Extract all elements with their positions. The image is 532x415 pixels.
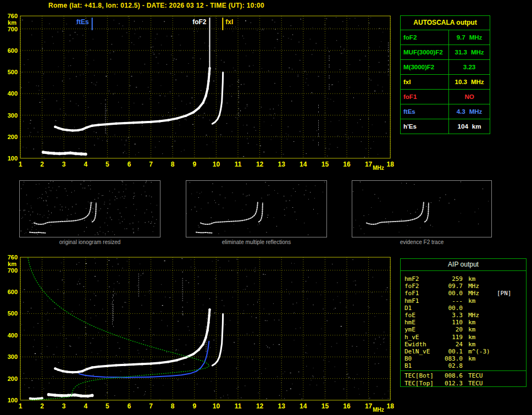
aip-note: [497, 341, 526, 348]
aip-value: 110: [443, 319, 463, 326]
value-unit: MHz: [471, 49, 484, 56]
series-dot: [149, 121, 152, 123]
bottom-ionogram-plot: 123456789101112131415161718MHz7607006005…: [0, 253, 398, 415]
aip-value: 008.6: [443, 372, 463, 379]
thumb-series-f-trace-x: [92, 203, 96, 222]
series-dot: [62, 370, 64, 372]
x-tick-label: 12: [256, 161, 264, 168]
aip-note: [PN]: [497, 290, 526, 297]
x-tick-label: 8: [171, 402, 175, 410]
aip-note: [497, 334, 526, 341]
series-dot: [97, 124, 99, 126]
series-dot: [208, 73, 210, 75]
y-tick-label: 400: [8, 332, 18, 339]
autoscala-row-fof1: foF1NO: [401, 90, 490, 104]
y-tick-label: 760: [8, 254, 18, 261]
aip-unit: MHz: [463, 283, 497, 290]
series-f-trace-x: [212, 314, 223, 366]
value-text: 4.3: [457, 108, 465, 115]
y-tick-label: 400: [8, 90, 18, 97]
thumb-noise: [20, 181, 157, 235]
series-dot: [84, 153, 87, 156]
x-tick-label: 15: [322, 402, 329, 410]
aip-unit: TECU: [463, 372, 497, 379]
x-tick-label: 13: [278, 161, 286, 168]
annotation-label-fxi: fxI: [225, 18, 233, 26]
aip-unit: km: [463, 326, 497, 333]
series-dot: [207, 80, 209, 82]
value-unit: km: [472, 123, 481, 130]
series-dot: [54, 367, 56, 369]
thumbnail-f2-trace-evidence: [352, 180, 492, 237]
aip-unit: [463, 305, 497, 312]
autoscala-row-label: foF1: [401, 90, 449, 104]
aip-value: 09.7: [443, 283, 463, 290]
autoscala-row-value: 31.3MHz: [449, 45, 490, 59]
aip-label: foF1: [401, 290, 443, 297]
aip-row-tec-bot: TEC[Bot]008.6TECU: [401, 372, 526, 379]
series-dot: [91, 366, 93, 368]
autoscala-row-hpes: h'Es104km: [401, 119, 490, 134]
aip-row-b0: B0083.0km: [401, 355, 526, 362]
aip-label: TEC[Top]: [401, 380, 443, 387]
aip-value: 00.1: [443, 348, 463, 355]
series-dot: [198, 107, 200, 109]
series-dot: [86, 126, 88, 129]
series-dot: [141, 363, 143, 365]
value-unit: MHz: [471, 79, 484, 85]
thumbnail-multiple-reflections-removed: [186, 180, 327, 237]
y-tick-label: 100: [8, 155, 18, 162]
x-tick-label: 18: [387, 402, 395, 410]
series-dot: [192, 353, 195, 355]
axis-labels: 123456789101112131415161718MHz7607006005…: [8, 13, 395, 171]
aip-row-h-ve: h_vE119km: [401, 334, 526, 341]
y-axis-unit-label: km: [8, 19, 16, 26]
series-dot: [124, 364, 126, 366]
series-dot: [73, 394, 76, 397]
autoscala-row-m-3000-f2: M(3000)F23.23: [401, 60, 490, 75]
value-text: 10.3: [455, 79, 467, 85]
aip-value: 00.0: [443, 290, 463, 297]
value-text: 31.3: [455, 49, 467, 56]
x-tick-label: 4: [84, 402, 87, 410]
aip-row-deln-ve: DelN_vE00.1m^(-3): [401, 348, 526, 355]
series-dot: [57, 369, 59, 371]
series-dot: [42, 151, 45, 154]
autoscala-row-label: foF2: [401, 30, 449, 45]
thumb-noise: [186, 182, 325, 235]
aip-unit: km: [463, 355, 497, 362]
thumb-series-f-trace-o: [34, 202, 91, 224]
annotation-label-fof2: foF2: [192, 18, 207, 26]
aip-value: 00.0: [443, 305, 463, 312]
y-axis-unit-label: km: [8, 261, 16, 267]
series-restored-trace: [79, 341, 209, 378]
aip-note: [497, 283, 526, 290]
thumb-series-es-trace: [30, 233, 46, 233]
aip-value: 119: [443, 334, 463, 341]
series-dot: [74, 152, 77, 156]
series-dot: [91, 394, 94, 397]
aip-unit: m^(-3): [463, 348, 497, 355]
x-tick-label: 18: [387, 161, 395, 168]
y-tick-label: 500: [8, 310, 18, 317]
aip-row-d1: D100.0: [401, 305, 526, 312]
aip-note: [497, 372, 526, 379]
series-dot: [86, 368, 88, 370]
value-text: NO: [464, 93, 474, 100]
x-axis-unit-label: MHz: [373, 407, 384, 413]
x-tick-label: 15: [322, 161, 329, 168]
aip-label: hmF1: [401, 297, 443, 305]
x-tick-label: 11: [235, 161, 242, 168]
autoscala-output-rows: foF29.7MHzMUF(3000)F231.3MHzM(3000)F23.2…: [401, 30, 490, 134]
series-dot: [185, 115, 187, 117]
series-ne-profile: [28, 258, 209, 400]
aip-label: D1: [401, 305, 443, 312]
aip-note: [497, 362, 526, 369]
series-dot: [86, 395, 90, 398]
x-tick-label: 14: [300, 402, 307, 410]
y-tick-label: 700: [8, 26, 18, 32]
series-dot: [124, 122, 126, 124]
series-dot: [115, 123, 117, 125]
aip-value: 012.3: [443, 380, 463, 387]
autoscala-row-label: fxI: [401, 75, 449, 89]
